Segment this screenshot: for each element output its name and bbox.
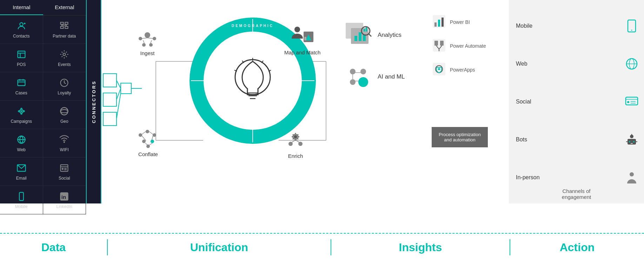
svg-rect-118 xyxy=(366,27,367,32)
ingest-label: Ingest xyxy=(137,50,158,56)
sidebar-item-campaigns[interactable]: Campaigns xyxy=(0,101,43,129)
cases-label: Cases xyxy=(15,91,27,95)
svg-line-83 xyxy=(142,132,146,134)
campaigns-label: Campaigns xyxy=(11,119,32,124)
svg-point-37 xyxy=(64,142,65,142)
insights-section: Analytics AI and ML xyxy=(344,21,405,91)
svg-point-34 xyxy=(61,108,68,115)
channel-inperson: In-person xyxy=(516,174,612,181)
pos-icon xyxy=(16,49,27,60)
svg-line-53 xyxy=(117,88,121,100)
email-icon xyxy=(16,162,27,174)
bottom-insights-label: Insights xyxy=(399,241,442,254)
sidebar-item-email[interactable]: Email xyxy=(0,158,43,186)
svg-point-101 xyxy=(235,60,270,95)
sidebar-item-geo[interactable]: Geo xyxy=(43,101,86,129)
svg-point-0 xyxy=(20,23,23,26)
svg-point-75 xyxy=(139,133,142,137)
channel-social: Social xyxy=(516,99,612,105)
svg-line-84 xyxy=(149,132,153,134)
mobile-channel-icon xyxy=(625,19,638,33)
analytics-icon xyxy=(344,21,372,49)
sidebar-item-mobile[interactable]: Mobile xyxy=(0,186,43,214)
svg-line-100 xyxy=(293,139,293,139)
map-match-label: Map and Match xyxy=(284,49,320,55)
inperson-channel-icon xyxy=(625,171,638,184)
channels-footer: Channels ofengagement xyxy=(509,188,644,200)
svg-text:in: in xyxy=(61,194,66,200)
sidebar-item-loyalty[interactable]: Loyalty xyxy=(43,72,86,101)
svg-line-16 xyxy=(62,56,63,57)
channel-web-label: Web xyxy=(516,61,547,67)
connectors-bar: CONNECTORS xyxy=(86,0,101,203)
sidebar-item-cases[interactable]: Cases xyxy=(0,72,43,101)
power-bi-item: Power BI xyxy=(432,14,488,30)
power-bi-label: Power BI xyxy=(450,19,470,25)
svg-line-52 xyxy=(117,80,121,88)
channel-web: Web xyxy=(516,61,612,67)
analytics-label: Analytics xyxy=(378,32,401,39)
bots-channel-icon xyxy=(625,133,638,146)
sidebar-item-social[interactable]: Social xyxy=(43,158,86,186)
wifi-icon xyxy=(59,134,70,145)
partner-icon xyxy=(59,20,70,32)
web-icon xyxy=(16,134,27,145)
wifi-label: WIFI xyxy=(60,147,69,152)
channel-mobile-label: Mobile xyxy=(516,23,547,29)
power-bi-icon xyxy=(432,14,446,30)
svg-point-138 xyxy=(631,30,632,31)
tab-external[interactable]: External xyxy=(43,0,86,15)
partner-label: Partner data xyxy=(53,34,76,39)
svg-line-85 xyxy=(145,143,147,145)
sidebar-item-partner[interactable]: Partner data xyxy=(43,15,86,44)
sidebar-item-wifi[interactable]: WIFI xyxy=(43,129,86,158)
sidebar-item-web[interactable]: Web xyxy=(0,129,43,158)
geo-icon xyxy=(59,106,70,117)
svg-line-91 xyxy=(296,140,299,142)
svg-rect-112 xyxy=(354,36,357,41)
sidebar-tabs: Internal External xyxy=(0,0,86,15)
sidebar-item-linkedin[interactable]: in LinkedIn xyxy=(43,186,86,214)
power-apps-label: PowerApps xyxy=(450,67,475,73)
svg-point-32 xyxy=(61,109,68,113)
svg-rect-127 xyxy=(434,22,437,27)
svg-line-15 xyxy=(66,56,67,57)
power-automate-item: Power Automate xyxy=(432,38,488,54)
channels-section: Mobile Web Social Bots In-person xyxy=(509,0,644,203)
power-apps-icon xyxy=(432,62,446,78)
channel-inperson-label: In-person xyxy=(516,174,547,181)
svg-rect-49 xyxy=(103,93,117,106)
bottom-bar: Data Unification Insights Action xyxy=(0,233,644,261)
svg-point-41 xyxy=(62,168,64,170)
svg-line-70 xyxy=(151,40,152,43)
svg-point-76 xyxy=(146,130,149,133)
svg-point-122 xyxy=(358,77,368,87)
campaigns-icon xyxy=(16,106,27,117)
tab-internal[interactable]: Internal xyxy=(0,0,43,15)
svg-rect-5 xyxy=(61,26,64,28)
map-match-icon xyxy=(290,25,315,47)
svg-rect-6 xyxy=(65,26,68,28)
sidebar-item-pos[interactable]: POS xyxy=(0,44,43,72)
ingest-icon xyxy=(137,28,158,47)
svg-rect-128 xyxy=(438,20,440,27)
bottom-data-label: Data xyxy=(41,241,66,254)
analytics-item: Analytics xyxy=(344,21,405,49)
process-optimization-box: Process optimizationand automation xyxy=(432,127,488,147)
ai-ml-item: AI and ML xyxy=(344,63,405,91)
mobile-label: Mobile xyxy=(15,204,27,209)
svg-rect-10 xyxy=(18,51,25,58)
sidebar-item-events[interactable]: Events xyxy=(43,44,86,72)
web-channel-icon xyxy=(625,57,638,71)
sidebar-item-contacts[interactable]: Contacts xyxy=(0,15,43,44)
svg-rect-44 xyxy=(19,192,24,200)
channel-social-label: Social xyxy=(516,99,547,105)
channel-bots-label: Bots xyxy=(516,136,547,143)
svg-line-14 xyxy=(62,52,63,53)
svg-point-13 xyxy=(63,53,66,56)
sidebar: Internal External Contacts Partner data … xyxy=(0,0,86,203)
loyalty-icon xyxy=(59,77,70,88)
svg-rect-50 xyxy=(103,112,117,126)
connectors-label: CONNECTORS xyxy=(91,80,97,123)
svg-line-90 xyxy=(292,140,296,142)
